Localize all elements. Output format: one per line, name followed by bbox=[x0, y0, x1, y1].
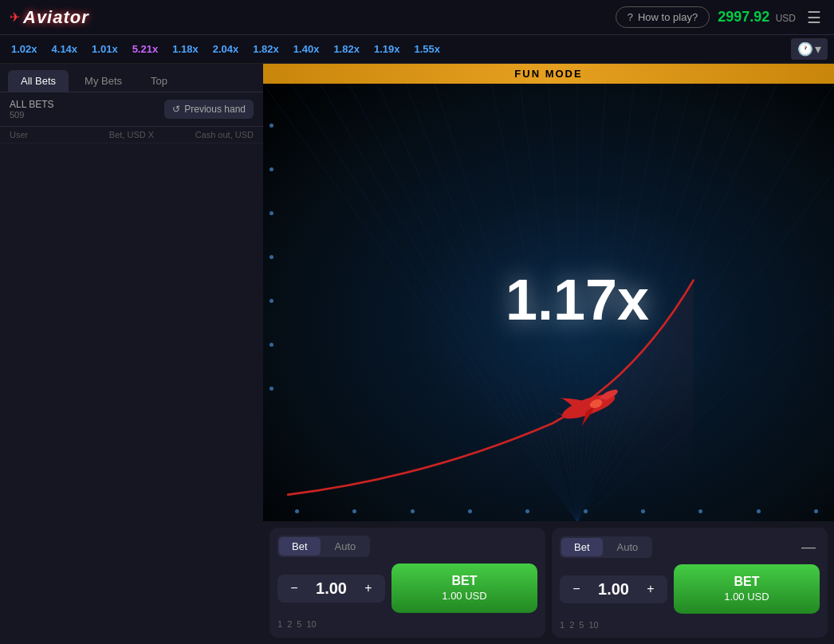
all-bets-label: ALL BETS bbox=[10, 99, 54, 110]
decrease-button-2[interactable]: − bbox=[568, 580, 585, 598]
mult-item-5[interactable]: 1.18x bbox=[167, 41, 203, 57]
dot-3 bbox=[269, 211, 273, 215]
bet-button-2-label: BET bbox=[690, 574, 804, 591]
tab-my-bets[interactable]: My Bets bbox=[72, 70, 135, 92]
mult-item-4[interactable]: 5.21x bbox=[128, 41, 163, 57]
mult-item-2[interactable]: 4.14x bbox=[47, 41, 83, 57]
bet-card-1-header: Bet Auto bbox=[277, 536, 537, 557]
previous-hand-button[interactable]: ↺ Previous hand bbox=[164, 100, 254, 119]
bet-button-1[interactable]: BET 1.00 USD bbox=[391, 564, 537, 613]
balance-display: 2997.92 USD bbox=[718, 9, 796, 26]
mult-item-8[interactable]: 1.40x bbox=[289, 41, 325, 57]
bet-tab-1-auto[interactable]: Auto bbox=[322, 537, 369, 556]
dot-b-10 bbox=[814, 509, 818, 513]
dot-indicators-left bbox=[269, 124, 273, 391]
increase-button-2[interactable]: + bbox=[642, 580, 659, 598]
bet-card-2: Bet Auto — − + BET 1.00 US bbox=[552, 528, 828, 638]
question-icon: ? bbox=[627, 11, 633, 23]
how-to-play-button[interactable]: ? How to play? bbox=[616, 6, 710, 28]
menu-button[interactable]: ☰ bbox=[804, 5, 824, 30]
dot-b-1 bbox=[295, 509, 299, 513]
dot-b-8 bbox=[698, 509, 702, 513]
dot-b-5 bbox=[525, 509, 529, 513]
bet-button-1-amount: 1.00 USD bbox=[407, 590, 521, 603]
chevron-down-icon: ▾ bbox=[815, 41, 821, 57]
refresh-icon: ↺ bbox=[172, 104, 180, 115]
how-to-play-label: How to play? bbox=[638, 11, 698, 23]
clock-icon: 🕐 bbox=[797, 41, 813, 57]
multiplier-bar-right: 🕐 ▾ bbox=[791, 38, 828, 60]
bet-button-2-amount: 1.00 USD bbox=[690, 591, 804, 604]
header-bet: Bet, USD X bbox=[91, 130, 172, 139]
mult-item-7[interactable]: 1.82x bbox=[248, 41, 284, 57]
bet-card-1: Bet Auto − + BET 1.00 USD bbox=[269, 528, 545, 638]
bet-amount-input-1[interactable] bbox=[309, 579, 353, 598]
bet-tabs-2: Bet Auto bbox=[560, 536, 652, 558]
bet-tab-2-bet[interactable]: Bet bbox=[561, 538, 603, 556]
quick-2-5[interactable]: 5 bbox=[579, 620, 584, 630]
bet-tabs-1: Bet Auto bbox=[277, 536, 370, 557]
game-canvas: 1.17x bbox=[263, 84, 834, 521]
dot-1 bbox=[269, 124, 273, 128]
remove-panel-button[interactable]: — bbox=[797, 536, 820, 558]
dot-6 bbox=[269, 343, 273, 347]
bets-table-body bbox=[0, 143, 263, 644]
dot-5 bbox=[269, 299, 273, 303]
increase-button-1[interactable]: + bbox=[360, 579, 377, 597]
mult-item-11[interactable]: 1.55x bbox=[409, 41, 445, 57]
balance-currency: USD bbox=[776, 13, 796, 24]
main-layout: All Bets My Bets Top ALL BETS 509 ↺ Prev… bbox=[0, 64, 834, 644]
bet-card-2-controls: − + BET 1.00 USD bbox=[560, 564, 820, 614]
mult-item-10[interactable]: 1.19x bbox=[369, 41, 405, 57]
multiplier-display: 1.17x bbox=[506, 267, 649, 332]
dot-b-7 bbox=[641, 509, 645, 513]
amount-control-1: − + bbox=[277, 575, 385, 603]
logo-plane-icon: ✈ bbox=[10, 10, 20, 25]
quick-amounts-2: 1 2 5 10 bbox=[560, 620, 820, 630]
header-user: User bbox=[10, 130, 91, 139]
logo: ✈ Aviator bbox=[10, 7, 89, 28]
fun-mode-banner: FUN MODE bbox=[263, 64, 834, 84]
tab-all-bets[interactable]: All Bets bbox=[8, 70, 69, 92]
sidebar-info: ALL BETS 509 ↺ Previous hand bbox=[0, 92, 263, 127]
dot-indicators-bottom bbox=[295, 509, 818, 513]
quick-2-10[interactable]: 10 bbox=[588, 620, 598, 630]
quick-1-10[interactable]: 10 bbox=[306, 619, 316, 629]
table-header: User Bet, USD X Cash out, USD bbox=[0, 127, 263, 143]
prev-hand-label: Previous hand bbox=[184, 104, 246, 115]
mult-item-6[interactable]: 2.04x bbox=[208, 41, 244, 57]
bet-card-2-header: Bet Auto — bbox=[560, 536, 820, 558]
decrease-button-1[interactable]: − bbox=[285, 579, 303, 597]
dot-b-6 bbox=[584, 509, 588, 513]
amount-control-2: − + bbox=[560, 575, 667, 603]
dot-b-3 bbox=[411, 509, 415, 513]
dot-2 bbox=[269, 167, 273, 171]
hamburger-icon: ☰ bbox=[807, 9, 821, 26]
bet-tab-1-bet[interactable]: Bet bbox=[279, 537, 321, 556]
history-button[interactable]: 🕐 ▾ bbox=[791, 38, 828, 60]
logo-text: Aviator bbox=[23, 7, 89, 28]
dot-4 bbox=[269, 255, 273, 259]
all-bets-info: ALL BETS 509 bbox=[10, 99, 54, 120]
bet-button-1-label: BET bbox=[407, 573, 521, 590]
game-area: FUN MODE bbox=[263, 64, 834, 644]
mult-item-1[interactable]: 1.02x bbox=[6, 41, 42, 57]
dot-7 bbox=[269, 387, 273, 391]
bet-amount-input-2[interactable] bbox=[592, 580, 635, 599]
quick-1-2[interactable]: 2 bbox=[287, 619, 292, 629]
quick-1-5[interactable]: 5 bbox=[297, 619, 301, 629]
sidebar-tabs: All Bets My Bets Top bbox=[0, 64, 263, 92]
mult-item-9[interactable]: 1.82x bbox=[328, 41, 364, 57]
quick-2-2[interactable]: 2 bbox=[569, 620, 574, 630]
quick-1-1[interactable]: 1 bbox=[277, 619, 282, 629]
mult-item-3[interactable]: 1.01x bbox=[87, 41, 123, 57]
tab-top[interactable]: Top bbox=[138, 70, 180, 92]
header-right: ? How to play? 2997.92 USD ☰ bbox=[616, 5, 824, 30]
header: ✈ Aviator ? How to play? 2997.92 USD ☰ bbox=[0, 0, 834, 35]
bet-tab-2-auto[interactable]: Auto bbox=[604, 538, 651, 556]
balance-amount: 2997.92 bbox=[718, 9, 769, 25]
quick-2-1[interactable]: 1 bbox=[560, 620, 565, 630]
betting-panel: Bet Auto − + BET 1.00 USD bbox=[263, 521, 834, 644]
bet-button-2[interactable]: BET 1.00 USD bbox=[674, 564, 820, 614]
dot-b-4 bbox=[468, 509, 472, 513]
